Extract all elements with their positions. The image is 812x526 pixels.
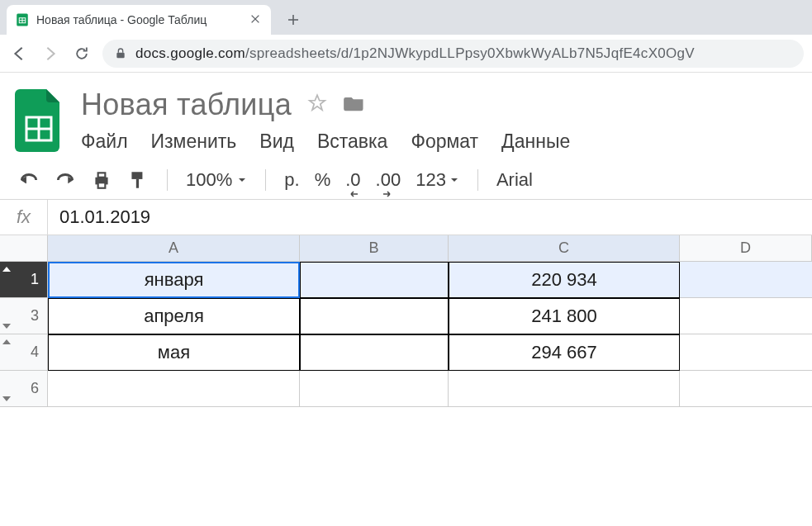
- cell-c4[interactable]: 294 667: [449, 334, 680, 371]
- svg-rect-15: [98, 173, 106, 177]
- column-header-d[interactable]: D: [680, 235, 812, 261]
- formula-input[interactable]: 01.01.2019: [48, 206, 812, 228]
- decrease-decimal-button[interactable]: .0: [345, 169, 360, 191]
- browser-tab[interactable]: Новая таблица - Google Таблиц: [7, 5, 271, 35]
- expand-up-icon[interactable]: [2, 339, 11, 344]
- arrow-right-icon: [381, 191, 392, 197]
- tab-title: Новая таблица - Google Таблиц: [36, 13, 243, 26]
- cell-d6[interactable]: [680, 371, 812, 407]
- svg-rect-8: [116, 52, 124, 58]
- zoom-value: 100%: [186, 169, 232, 191]
- svg-rect-16: [98, 182, 106, 188]
- sheet-toolbar: 100% р. % .0 .00 123 Arial: [0, 156, 812, 199]
- cell-a1[interactable]: января: [48, 262, 300, 298]
- cell-a6[interactable]: [48, 371, 300, 407]
- expand-down-icon[interactable]: [2, 396, 11, 401]
- toolbar-separator: [167, 169, 168, 191]
- back-button[interactable]: [8, 43, 30, 64]
- table-row: 3апреля241 800: [0, 298, 812, 334]
- font-family-dropdown[interactable]: Arial: [496, 169, 533, 191]
- increase-decimal-button[interactable]: .00: [376, 169, 401, 191]
- spreadsheet-grid: A B C D 1января220 9343апреля241 8004мая…: [0, 235, 812, 407]
- browser-toolbar: docs.google.com/spreadsheets/d/1p2NJWkyp…: [0, 35, 812, 73]
- cell-d3[interactable]: [680, 298, 812, 334]
- new-tab-button[interactable]: [281, 7, 306, 32]
- cell-b6[interactable]: [300, 371, 449, 407]
- cell-c6[interactable]: [449, 371, 680, 407]
- column-headers: A B C D: [0, 235, 812, 262]
- column-header-a[interactable]: A: [48, 235, 300, 261]
- toolbar-separator: [265, 169, 266, 191]
- svg-rect-18: [136, 179, 139, 188]
- arrow-left-icon: [349, 191, 360, 197]
- cell-a3[interactable]: апреля: [48, 298, 300, 334]
- percent-button[interactable]: %: [315, 169, 331, 191]
- zoom-dropdown[interactable]: 100%: [186, 169, 247, 191]
- menu-data[interactable]: Данные: [501, 130, 570, 153]
- cell-d4[interactable]: [680, 334, 812, 371]
- folder-icon[interactable]: [343, 92, 366, 118]
- column-header-b[interactable]: B: [300, 235, 449, 261]
- column-header-c[interactable]: C: [449, 235, 680, 261]
- number-format-dropdown[interactable]: 123: [415, 169, 459, 191]
- forward-button[interactable]: [40, 43, 61, 64]
- row-header[interactable]: 6: [0, 371, 48, 407]
- sheets-logo-icon[interactable]: [15, 88, 64, 152]
- menu-bar: Файл Изменить Вид Вставка Формат Данные: [81, 130, 570, 153]
- table-row: 1января220 934: [0, 262, 812, 298]
- undo-button[interactable]: [18, 169, 40, 191]
- currency-button[interactable]: р.: [284, 169, 299, 191]
- doc-header: Новая таблица Файл Изменить Вид Вставка …: [0, 73, 812, 156]
- menu-file[interactable]: Файл: [81, 130, 128, 153]
- doc-title[interactable]: Новая таблица: [81, 88, 292, 122]
- toolbar-separator: [477, 169, 478, 191]
- cell-c3[interactable]: 241 800: [449, 298, 680, 334]
- row-header[interactable]: 1: [0, 262, 48, 298]
- fx-label: fx: [0, 200, 48, 235]
- chevron-down-icon: [449, 175, 459, 185]
- paint-format-button[interactable]: [127, 169, 149, 191]
- row-header[interactable]: 3: [0, 298, 48, 334]
- browser-tab-strip: Новая таблица - Google Таблиц: [0, 0, 812, 35]
- lock-icon: [114, 47, 127, 60]
- print-button[interactable]: [91, 169, 112, 191]
- reload-button[interactable]: [71, 43, 93, 64]
- close-icon[interactable]: [249, 13, 263, 26]
- cell-b4[interactable]: [300, 334, 449, 371]
- select-all-corner[interactable]: [0, 235, 48, 261]
- table-row: 4мая294 667: [0, 334, 812, 371]
- formula-bar: fx 01.01.2019: [0, 199, 812, 235]
- cell-d1[interactable]: [680, 262, 812, 298]
- star-icon[interactable]: [306, 92, 328, 117]
- table-row: 6: [0, 371, 812, 407]
- chevron-down-icon: [237, 175, 247, 185]
- redo-button[interactable]: [55, 169, 76, 191]
- cell-b3[interactable]: [300, 298, 449, 334]
- url-text: docs.google.com/spreadsheets/d/1p2NJWkyp…: [135, 45, 695, 62]
- menu-view[interactable]: Вид: [259, 130, 294, 153]
- address-bar[interactable]: docs.google.com/spreadsheets/d/1p2NJWkyp…: [102, 40, 804, 68]
- expand-down-icon[interactable]: [2, 324, 11, 329]
- cell-b1[interactable]: [300, 262, 449, 298]
- menu-edit[interactable]: Изменить: [151, 130, 237, 153]
- expand-up-icon[interactable]: [2, 267, 11, 272]
- row-header[interactable]: 4: [0, 334, 48, 371]
- menu-insert[interactable]: Вставка: [317, 130, 388, 153]
- cell-a4[interactable]: мая: [48, 334, 300, 371]
- svg-rect-17: [131, 172, 142, 179]
- menu-format[interactable]: Формат: [411, 130, 478, 153]
- cell-c1[interactable]: 220 934: [449, 262, 680, 298]
- sheets-favicon: [15, 12, 30, 27]
